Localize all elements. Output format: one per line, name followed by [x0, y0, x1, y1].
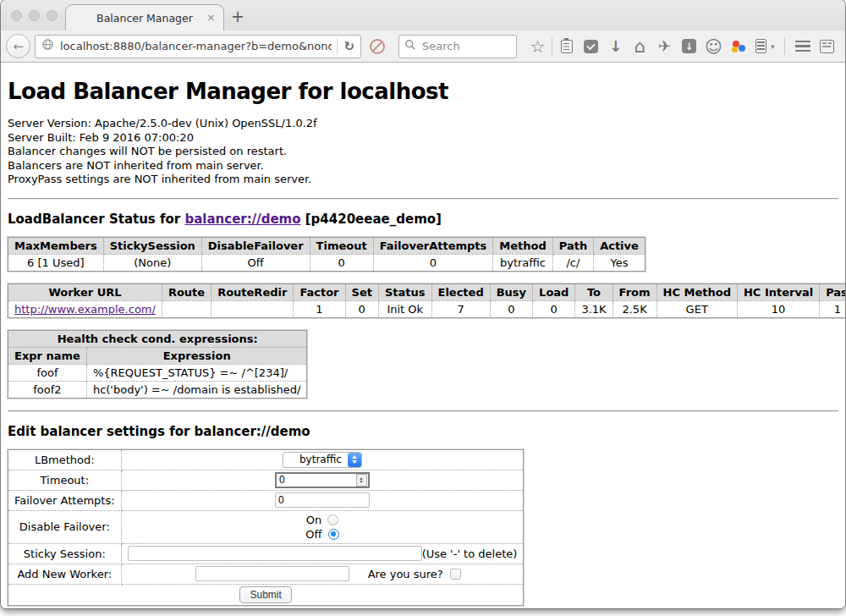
cell-disablefailover: Off — [201, 254, 310, 271]
add-worker-input[interactable] — [195, 566, 349, 581]
container-icon[interactable] — [750, 34, 771, 58]
navigation-toolbar: ← ↻ ☆ — [1, 30, 845, 63]
search-icon — [404, 38, 416, 54]
cell-hc-method: GET — [656, 300, 737, 317]
tab-close-icon[interactable]: × — [206, 11, 216, 24]
reload-icon[interactable]: ↻ — [341, 39, 357, 54]
url-bar[interactable]: ↻ — [35, 35, 361, 58]
cell-stickysession: (None) — [103, 254, 201, 271]
home-icon[interactable]: ⌂ — [628, 34, 652, 58]
form-row-add-worker: Add New Worker: Are you sure? — [8, 564, 524, 584]
loadbalancer-status-heading: LoadBalancer Status for balancer://demo … — [8, 212, 838, 227]
toolbar-separator — [552, 37, 552, 55]
health-check-title: Health check cond. expressions: — [8, 330, 307, 347]
window-close-button[interactable] — [11, 10, 22, 21]
search-input[interactable] — [420, 39, 511, 53]
menu-hamburger-icon[interactable] — [790, 34, 815, 58]
disable-failover-cell: On Off — [121, 510, 524, 543]
col-factor: Factor — [294, 283, 345, 300]
inherit-note-line: Balancers are NOT inherited from main se… — [8, 159, 838, 173]
downloads-icon[interactable]: ↓ — [603, 34, 628, 58]
failover-cell — [121, 490, 524, 510]
lbmethod-cell: bytraffic — [121, 449, 524, 470]
timeout-cell — [121, 470, 524, 490]
table-row: http://www.example.com/ 1 0 Init Ok 7 0 … — [8, 300, 846, 317]
page-title: Load Balancer Manager for localhost — [8, 79, 838, 104]
col-hc-method: HC Method — [656, 283, 737, 300]
col-from: From — [613, 283, 656, 300]
col-load: Load — [533, 283, 575, 300]
forum-smiley-icon[interactable]: ☺ — [701, 34, 726, 58]
col-status: Status — [378, 283, 431, 300]
col-expression: Expression — [86, 347, 307, 364]
cell-route — [162, 300, 211, 317]
radio-on-label: On — [306, 514, 321, 526]
cell-maxmembers: 6 [1 Used] — [8, 254, 104, 271]
overflow-caret-icon[interactable]: ▾ — [771, 42, 779, 51]
tab-balancer-manager[interactable]: Balancer Manager × — [65, 4, 224, 30]
worker-status-table: Worker URL Route RouteRedir Factor Set S… — [8, 283, 845, 318]
lbmethod-label: LBmethod: — [8, 449, 122, 470]
cell-worker-url: http://www.example.com/ — [8, 300, 162, 317]
sticky-session-note: (Use '-' to delete) — [422, 547, 518, 560]
col-expr-name: Expr name — [8, 347, 87, 364]
table-title-row: Health check cond. expressions: — [8, 330, 307, 347]
extension-dots-icon[interactable] — [726, 34, 750, 58]
col-route: Route — [162, 283, 211, 300]
timeout-input[interactable] — [277, 474, 356, 486]
col-to: To — [575, 283, 613, 300]
select-stepper-icon — [348, 453, 361, 467]
add-worker-label: Add New Worker: — [8, 564, 122, 584]
pages-grid-icon[interactable] — [815, 34, 839, 58]
col-failoverattempts: FailoverAttempts — [373, 237, 493, 254]
submit-button[interactable]: Submit — [239, 586, 291, 603]
col-set: Set — [345, 283, 378, 300]
col-busy: Busy — [490, 283, 532, 300]
cell-path: /c/ — [552, 254, 593, 271]
search-bar[interactable] — [398, 35, 517, 58]
divider — [8, 198, 838, 200]
cell-from: 2.5K — [613, 300, 656, 317]
failover-attempts-input[interactable] — [275, 492, 370, 508]
form-row-failover: Failover Attempts: — [8, 490, 524, 510]
edit-balancer-heading: Edit balancer settings for balancer://de… — [8, 424, 838, 439]
sticky-session-input[interactable] — [128, 546, 422, 561]
cell-routeredir — [212, 300, 294, 317]
radio-on[interactable] — [327, 514, 338, 525]
clipboard-list-icon[interactable] — [554, 34, 579, 58]
cell-failoverattempts: 0 — [373, 254, 493, 271]
status-heading-prefix: LoadBalancer Status for — [8, 212, 184, 227]
worker-url-link[interactable]: http://www.example.com/ — [14, 303, 156, 316]
cell-expression: %{REQUEST_STATUS} =~ /^[234]/ — [86, 364, 307, 381]
lbmethod-select[interactable]: bytraffic — [283, 452, 362, 468]
table-header-row: Expr name Expression — [8, 347, 307, 364]
content-blocked-icon[interactable] — [365, 35, 390, 58]
col-path: Path — [552, 237, 593, 254]
cell-expression: hc('body') =~ /domain is established/ — [86, 381, 307, 398]
form-row-lbmethod: LBmethod: bytraffic — [8, 449, 524, 470]
number-stepper-icon[interactable] — [356, 474, 367, 487]
are-you-sure-checkbox[interactable] — [450, 569, 461, 580]
browser-window: Balancer Manager × + ← ↻ — [1, 0, 845, 608]
back-button[interactable]: ← — [6, 34, 30, 58]
col-passes: Passes — [820, 283, 845, 300]
cell-elected: 7 — [431, 300, 490, 317]
cell-hc-interval: 10 — [737, 300, 819, 317]
balancer-demo-link[interactable]: balancer://demo — [184, 212, 300, 227]
col-routeredir: RouteRedir — [212, 283, 294, 300]
url-input[interactable] — [58, 39, 333, 53]
send-tab-icon[interactable]: ✈ — [652, 34, 677, 58]
new-tab-button[interactable]: + — [231, 7, 244, 25]
pocket-icon[interactable] — [579, 34, 603, 58]
save-to-device-icon[interactable]: ↓ — [677, 34, 701, 58]
window-minimize-button[interactable] — [29, 10, 40, 21]
col-method: Method — [493, 237, 552, 254]
bookmark-star-icon[interactable]: ☆ — [525, 34, 550, 58]
table-header-row: MaxMembers StickySession DisableFailover… — [8, 237, 645, 254]
radio-off[interactable] — [328, 529, 339, 540]
cell-timeout: 0 — [310, 254, 373, 271]
col-elected: Elected — [431, 283, 490, 300]
globe-icon — [41, 38, 54, 54]
timeout-label: Timeout: — [8, 470, 122, 490]
window-zoom-button[interactable] — [47, 10, 58, 21]
